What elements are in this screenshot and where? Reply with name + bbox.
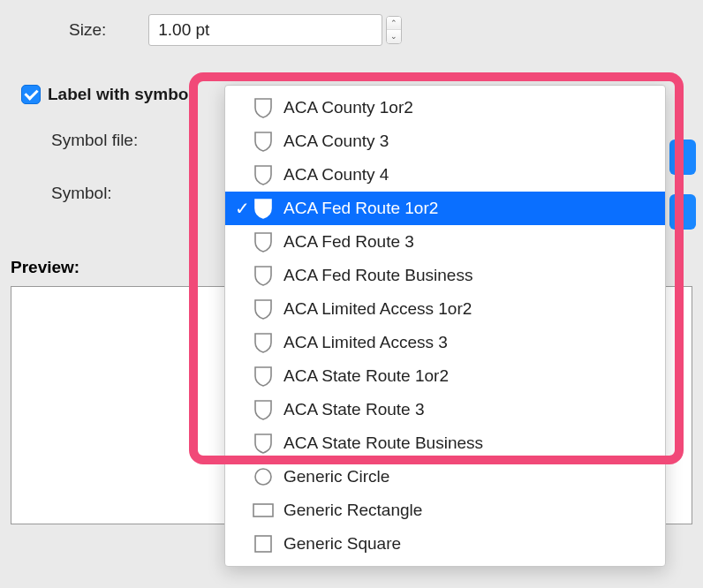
symbol-option-label: ACA Limited Access 3 [283,333,656,352]
svg-point-0 [255,469,271,485]
symbol-file-label: Symbol file: [51,131,138,150]
symbol-option[interactable]: ✓ACA Fed Route Business [225,259,665,292]
symbol-option-label: ACA State Route 3 [283,400,656,419]
symbol-option[interactable]: ✓Generic Circle [225,460,665,494]
symbol-option-label: ACA State Route 1or2 [283,366,656,386]
symbol-option-label: ACA County 1or2 [283,98,656,117]
shield-outline-icon [252,264,275,287]
symbol-option[interactable]: ✓ACA Fed Route 3 [225,225,665,259]
symbol-option-label: ACA County 3 [283,132,656,151]
label-with-symbol-text: Label with symbol [48,85,193,104]
shield-outline-icon [252,365,275,388]
symbol-option-label: ACA County 4 [283,165,656,185]
symbol-option[interactable]: ✓ACA County 4 [225,158,665,192]
circle-icon [252,465,275,488]
symbol-option-label: ACA Fed Route 3 [283,232,656,252]
symbol-option-label: ACA State Route Business [283,433,656,453]
size-input[interactable] [148,14,382,46]
size-row: Size: ⌃ ⌄ [69,7,703,53]
symbol-option-label: ACA Fed Route 1or2 [283,199,656,218]
shield-outline-icon [252,432,275,455]
symbol-option[interactable]: ✓Generic Square [225,527,665,561]
check-icon: ✓ [232,198,252,219]
shield-outline-icon [252,163,275,186]
symbol-option[interactable]: ✓ACA County 1or2 [225,91,665,124]
shield-filled-icon [252,197,275,220]
symbol-file-dropdown-button[interactable] [669,139,696,175]
label-with-symbol-checkbox[interactable] [21,85,41,104]
svg-rect-2 [255,536,271,552]
symbol-dropdown-button[interactable] [669,194,696,230]
square-icon [252,532,275,555]
shield-outline-icon [252,298,275,320]
symbol-label: Symbol: [51,184,112,203]
symbol-option[interactable]: ✓ACA State Route 3 [225,393,665,426]
symbol-option[interactable]: ✓ACA County 3 [225,124,665,158]
symbol-option[interactable]: ✓ACA State Route 1or2 [225,359,665,393]
svg-rect-1 [253,504,273,516]
shield-outline-icon [252,230,275,253]
symbol-option-label: ACA Fed Route Business [283,266,656,285]
size-label: Size: [69,20,106,40]
size-input-wrap: ⌃ ⌄ [148,14,402,46]
symbol-option[interactable]: ✓ACA Fed Route 1or2 [225,192,665,225]
size-stepper: ⌃ ⌄ [386,16,402,44]
rectangle-icon [252,499,275,522]
symbol-option[interactable]: ✓Generic Rectangle [225,494,665,527]
symbol-option-label: Generic Circle [283,467,656,486]
stepper-up[interactable]: ⌃ [387,17,401,30]
symbol-dropdown[interactable]: ✓ACA County 1or2✓ACA County 3✓ACA County… [224,85,666,567]
symbol-option-label: Generic Rectangle [283,501,656,520]
stepper-down[interactable]: ⌄ [387,30,401,43]
symbol-option-label: Generic Square [283,534,656,554]
symbol-option[interactable]: ✓ACA State Route Business [225,426,665,460]
shield-outline-icon [252,96,275,119]
symbol-option[interactable]: ✓ACA Limited Access 3 [225,326,665,359]
symbol-option[interactable]: ✓ACA Limited Access 1or2 [225,292,665,326]
shield-outline-icon [252,130,275,153]
shield-outline-icon [252,398,275,421]
shield-outline-icon [252,331,275,354]
symbol-option-label: ACA Limited Access 1or2 [283,299,656,319]
